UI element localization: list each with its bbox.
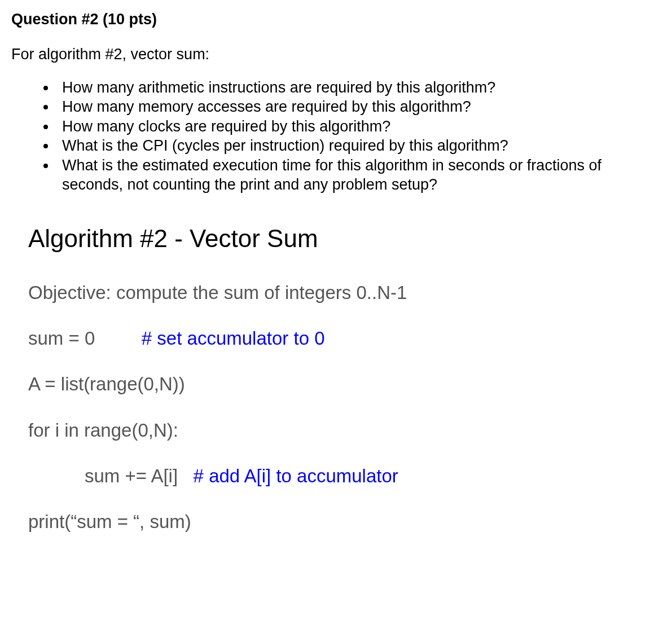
code-comment: # add A[i] to accumulator	[194, 465, 398, 486]
algorithm-title: Algorithm #2 - Vector Sum	[28, 223, 661, 254]
question-header: Question #2 (10 pts)	[11, 10, 661, 29]
code-text: A = list(range(0,N))	[28, 373, 185, 394]
algorithm-objective: Objective: compute the sum of integers 0…	[28, 281, 661, 304]
code-line-1: sum = 0 # set accumulator to 0	[28, 327, 661, 350]
code-text: sum += A[i]	[85, 465, 178, 486]
question-bullet-list: How many arithmetic instructions are req…	[56, 78, 661, 195]
code-line-5: print(“sum = “, sum)	[28, 510, 661, 533]
question-intro: For algorithm #2, vector sum:	[11, 45, 661, 64]
code-line-3: for i in range(0,N):	[28, 419, 661, 442]
code-line-2: A = list(range(0,N))	[28, 372, 661, 395]
bullet-item: What is the CPI (cycles per instruction)…	[56, 136, 661, 156]
code-text: sum = 0	[28, 328, 95, 349]
bullet-item: What is the estimated execution time for…	[56, 156, 661, 195]
bullet-item: How many arithmetic instructions are req…	[56, 78, 661, 98]
code-spacer	[178, 465, 194, 486]
bullet-item: How many clocks are required by this alg…	[56, 117, 661, 137]
code-text: print(“sum = “, sum)	[28, 511, 191, 532]
code-line-4: sum += A[i] # add A[i] to accumulator	[85, 464, 661, 487]
code-spacer	[95, 328, 142, 349]
bullet-item: How many memory accesses are required by…	[56, 97, 661, 117]
code-comment: # set accumulator to 0	[142, 328, 325, 349]
code-text: for i in range(0,N):	[28, 420, 178, 441]
